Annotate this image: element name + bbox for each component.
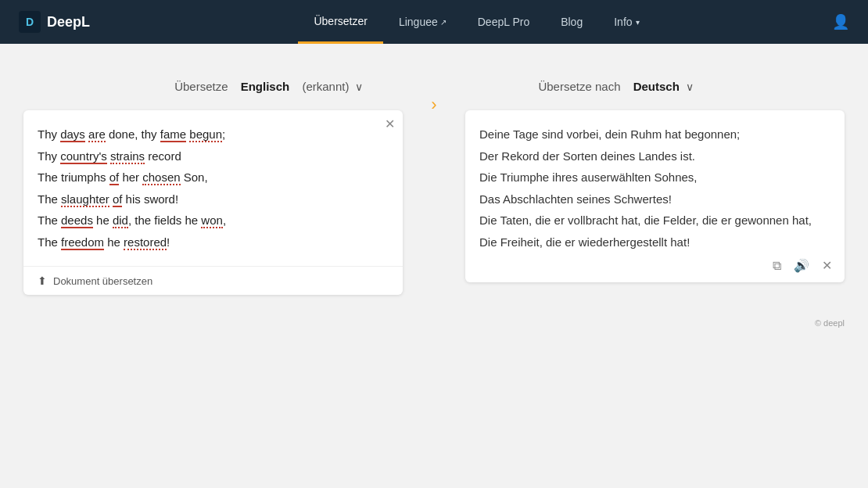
source-lang-extra: (erkannt) bbox=[302, 80, 349, 93]
target-lang-name: Deutsch bbox=[633, 80, 680, 93]
logo[interactable]: D DeepL bbox=[19, 11, 90, 33]
source-lang-label: Übersetze bbox=[174, 80, 228, 93]
target-lang-chevron-icon: ∨ bbox=[686, 81, 694, 93]
nav-right: 👤 bbox=[832, 13, 849, 30]
external-icon: ↗ bbox=[440, 18, 447, 27]
target-line-2: Der Rekord der Sorten deines Landes ist. bbox=[479, 146, 813, 167]
swap-arrow-container: › bbox=[418, 95, 450, 115]
source-line-1: Thy days are done, thy fame begun; bbox=[38, 124, 371, 145]
source-line-6: The freedom he restored! bbox=[38, 232, 371, 253]
source-language-selector[interactable]: Übersetze Englisch (erkannt) ∨ bbox=[165, 75, 372, 98]
upload-icon: ⬆ bbox=[38, 274, 47, 287]
nav-link-info[interactable]: Info ▾ bbox=[598, 0, 655, 44]
nav-link-deepl-pro[interactable]: DeepL Pro bbox=[462, 0, 545, 44]
target-lang-label: Übersetze nach bbox=[538, 80, 620, 93]
source-lang-name: Englisch bbox=[241, 80, 290, 93]
copyright-text: © deepl bbox=[815, 318, 845, 328]
user-icon[interactable]: 👤 bbox=[832, 13, 849, 30]
nav-links: Übersetzer Linguee ↗ DeepL Pro Blog Info… bbox=[121, 0, 832, 44]
source-line-3: The triumphs of her chosen Son, bbox=[38, 167, 371, 188]
document-translate-button[interactable]: ⬆ Dokument übersetzen bbox=[23, 266, 403, 295]
nav-link-linguee[interactable]: Linguee ↗ bbox=[383, 0, 462, 44]
target-panel: Deine Tage sind vorbei, dein Ruhm hat be… bbox=[465, 110, 845, 282]
target-line-5: Die Taten, die er vollbracht hat, die Fe… bbox=[479, 210, 813, 231]
target-text-area: Deine Tage sind vorbei, dein Ruhm hat be… bbox=[465, 110, 845, 266]
speak-button[interactable]: 🔊 bbox=[791, 257, 812, 274]
page-footer: © deepl bbox=[0, 310, 868, 336]
logo-icon: D bbox=[19, 11, 41, 33]
target-line-3: Die Triumphe ihres auserwählten Sohnes, bbox=[479, 167, 813, 188]
copy-button[interactable]: ⧉ bbox=[769, 257, 784, 274]
target-line-1: Deine Tage sind vorbei, dein Ruhm hat be… bbox=[479, 124, 813, 145]
navbar: D DeepL Übersetzer Linguee ↗ DeepL Pro B… bbox=[0, 0, 868, 44]
source-panel: ✕ Thy days are done, thy fame begun; Thy… bbox=[23, 110, 403, 295]
source-lang-chevron-icon: ∨ bbox=[355, 81, 363, 93]
source-line-4: The slaughter of his sword! bbox=[38, 189, 371, 210]
source-line-2: Thy country's strains record bbox=[38, 146, 371, 167]
target-panel-actions: ⧉ 🔊 ✕ bbox=[769, 257, 835, 274]
target-close-button[interactable]: ✕ bbox=[819, 257, 835, 274]
nav-link-uebersetzer[interactable]: Übersetzer bbox=[298, 0, 382, 44]
target-line-4: Das Abschlachten seines Schwertes! bbox=[479, 189, 813, 210]
swap-arrow-button[interactable]: › bbox=[431, 95, 436, 115]
document-translate-label: Dokument übersetzen bbox=[53, 275, 152, 287]
nav-link-blog[interactable]: Blog bbox=[545, 0, 598, 44]
source-line-5: The deeds he did, the fields he won, bbox=[38, 210, 371, 231]
target-line-6: Die Freiheit, die er wiederhergestellt h… bbox=[479, 232, 813, 253]
main-content: Übersetze Englisch (erkannt) ∨ Übersetze… bbox=[0, 44, 868, 310]
translator-panels: ✕ Thy days are done, thy fame begun; Thy… bbox=[23, 110, 845, 295]
source-close-button[interactable]: ✕ bbox=[385, 118, 395, 131]
source-text-area[interactable]: Thy days are done, thy fame begun; Thy c… bbox=[23, 110, 403, 266]
chevron-down-icon: ▾ bbox=[636, 18, 640, 27]
target-language-selector[interactable]: Übersetze nach Deutsch ∨ bbox=[529, 75, 702, 98]
logo-text: DeepL bbox=[47, 14, 90, 30]
